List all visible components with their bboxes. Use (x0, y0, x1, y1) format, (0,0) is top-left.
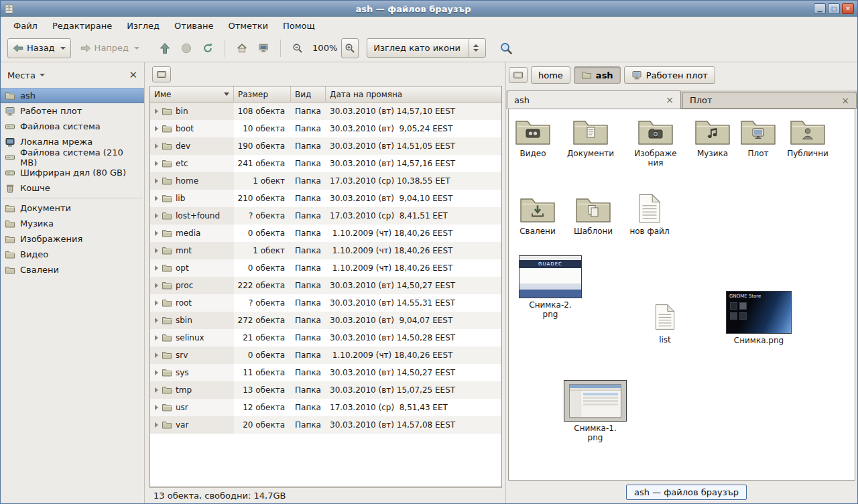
menu-edit[interactable]: Редактиране (45, 17, 119, 34)
sidebar-item-filesystem[interactable]: Файлова система (1, 119, 144, 134)
sidebar-splitter[interactable] (145, 62, 149, 503)
menu-go[interactable]: Отиване (167, 17, 221, 34)
close-button[interactable]: ✕ (842, 3, 854, 14)
expander-icon[interactable] (155, 283, 158, 288)
table-row[interactable]: sbin272 обектаПапка30.03.2010 (вт) 9,04,… (150, 312, 501, 329)
sidebar-item-encrypted-80gb[interactable]: Шифриран дял (80 GB) (1, 165, 144, 180)
expander-icon[interactable] (155, 109, 158, 114)
folder-public[interactable]: Публични (783, 115, 833, 158)
expander-icon[interactable] (155, 405, 158, 410)
computer-button[interactable] (253, 38, 274, 58)
reload-button[interactable] (197, 38, 219, 58)
expander-icon[interactable] (155, 300, 158, 306)
folder-desktop[interactable]: Плот (734, 115, 782, 158)
sidebar-item-desktop[interactable]: Работен плот (1, 103, 144, 119)
table-row[interactable]: lib210 обектаПапка30.03.2010 (вт) 9,04,1… (150, 190, 501, 207)
table-row[interactable]: bin108 обектаПапка30.03.2010 (вт) 14,57,… (150, 103, 501, 120)
column-header-3[interactable]: Дата на промяна (326, 86, 501, 103)
pathbar-home[interactable]: home (531, 66, 570, 84)
expander-icon[interactable] (155, 231, 158, 236)
pathbar-ash[interactable]: ash (574, 66, 621, 84)
sidebar-item-images[interactable]: Изображения (1, 231, 144, 247)
icon-view[interactable]: ВидеоДокументиИзображенияМузикаПлотПубли… (508, 109, 855, 481)
expander-icon[interactable] (155, 248, 158, 253)
sidebar-close-icon[interactable]: ✕ (129, 70, 137, 80)
folder-documents[interactable]: Документи (565, 115, 616, 158)
expander-icon[interactable] (155, 335, 158, 340)
sidebar-item-filesystem-210mb[interactable]: Файлова система (210 MB) (1, 149, 144, 165)
sidebar-item-trash[interactable]: Кошче (1, 180, 144, 196)
search-button[interactable] (494, 38, 518, 58)
file-snimka-2[interactable]: GUADECСнимка-2.png (515, 255, 585, 320)
expander-icon[interactable] (155, 353, 158, 358)
table-row[interactable]: lost+found? обектаПапка17.03.2010 (ср) 8… (150, 207, 501, 225)
minimize-button[interactable]: ▁ (814, 3, 826, 14)
sidebar-item-music[interactable]: Музика (1, 216, 144, 231)
places-header[interactable]: Места ✕ (1, 62, 144, 88)
stop-button[interactable] (176, 38, 197, 58)
sidebar-item-video[interactable]: Видео (1, 247, 144, 262)
table-row[interactable]: proc222 обектаПапка30.03.2010 (вт) 14,50… (150, 277, 501, 294)
zoom-out-button[interactable] (287, 38, 308, 58)
expander-icon[interactable] (155, 178, 158, 184)
folder-video[interactable]: Видео (509, 115, 557, 158)
sidebar-item-ash[interactable]: ash (1, 88, 144, 103)
expander-icon[interactable] (155, 318, 158, 323)
table-row[interactable]: sys11 обектаПапка30.03.2010 (вт) 14,50,2… (150, 364, 501, 381)
menu-file[interactable]: Файл (6, 17, 45, 34)
expander-icon[interactable] (155, 265, 158, 271)
table-row[interactable]: tmp13 обектаПапка30.03.2010 (вт) 15,07,2… (150, 381, 501, 399)
menu-view[interactable]: Изглед (119, 17, 167, 34)
table-row[interactable]: usr12 обектаПапка17.03.2010 (ср) 8,51,43… (150, 399, 501, 416)
tab-plot[interactable]: Плот× (682, 92, 857, 108)
expander-icon[interactable] (155, 161, 158, 166)
table-row[interactable]: opt0 обектаПапка 1.10.2009 (чт) 18,40,26… (150, 259, 501, 277)
folder-downloads[interactable]: Свалени (513, 192, 562, 236)
folder-music[interactable]: Музика (688, 115, 737, 158)
home-button[interactable] (231, 38, 253, 58)
maximize-button[interactable]: □ (828, 3, 840, 14)
menu-bookmarks[interactable]: Отметки (221, 17, 275, 34)
column-header-1[interactable]: Размер (234, 86, 291, 103)
folder-templates[interactable]: Шаблони (569, 192, 617, 236)
column-header-2[interactable]: Вид (291, 86, 326, 103)
view-mode-select[interactable]: Изглед като икони (367, 38, 486, 58)
expander-icon[interactable] (155, 143, 158, 149)
expander-icon[interactable] (155, 422, 158, 428)
expander-icon[interactable] (155, 370, 158, 375)
table-row[interactable]: dev190 обектаПапка30.03.2010 (вт) 14,51,… (150, 137, 501, 155)
table-row[interactable]: mnt1 обектПапка 1.10.2009 (чт) 18,40,26 … (150, 242, 501, 259)
column-header-0[interactable]: Име (150, 86, 234, 103)
window-icon[interactable] (4, 3, 15, 14)
back-history-dropdown-icon[interactable] (60, 47, 66, 50)
expander-icon[interactable] (155, 126, 158, 131)
file-snimka[interactable]: GNOME StoreСнимка.png (722, 291, 796, 345)
menu-help[interactable]: Помощ (275, 17, 322, 34)
back-button[interactable]: Назад (7, 38, 71, 58)
tab-close-icon[interactable]: × (666, 95, 674, 105)
pathbar-toggle-button[interactable] (509, 67, 528, 83)
table-row[interactable]: selinux21 обектаПапка30.03.2010 (вт) 14,… (150, 329, 501, 346)
sidebar-item-documents[interactable]: Документи (1, 200, 144, 216)
tab-close-icon[interactable]: × (841, 96, 849, 105)
zoom-in-button[interactable] (341, 38, 359, 58)
forward-history-dropdown-icon[interactable] (134, 47, 139, 50)
table-row[interactable]: media0 обектаПапка 1.10.2009 (чт) 18,40,… (150, 225, 501, 242)
table-row[interactable]: home1 обектПапка17.03.2010 (ср) 10,38,55… (150, 172, 501, 190)
forward-button[interactable]: Напред (75, 38, 145, 58)
expander-icon[interactable] (155, 387, 158, 393)
file-snimka-1[interactable]: Снимка-1.png (560, 380, 630, 443)
combo-spinner-icon[interactable] (469, 39, 483, 57)
location-toggle-button[interactable] (152, 66, 171, 82)
expander-icon[interactable] (155, 196, 158, 201)
titlebar[interactable]: ash — файлов браузър ▁ □ ✕ (1, 1, 857, 17)
file-new-file[interactable]: нов файл (625, 192, 674, 236)
up-button[interactable] (154, 38, 176, 58)
pathbar-desktop[interactable]: Работен плот (624, 66, 715, 84)
table-row[interactable]: var20 обектаПапка30.03.2010 (вт) 14,57,0… (150, 416, 501, 434)
tab-ash[interactable]: ash× (507, 90, 681, 109)
table-row[interactable]: boot10 обектаПапка30.03.2010 (вт) 9,05,2… (150, 120, 501, 137)
table-row[interactable]: srv0 обектаПапка 1.10.2009 (чт) 18,40,26… (150, 346, 501, 364)
file-list[interactable]: list (644, 301, 686, 344)
table-row[interactable]: etc241 обектаПапка30.03.2010 (вт) 14,57,… (150, 155, 501, 172)
